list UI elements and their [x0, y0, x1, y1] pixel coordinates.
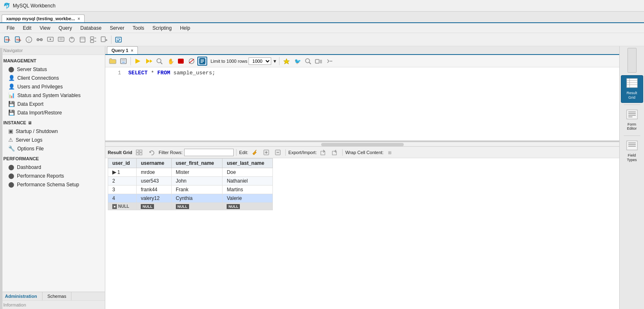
sidebar-item-dashboard[interactable]: ⬤ Dashboard	[0, 163, 105, 171]
horizontal-scrollbar[interactable]	[321, 143, 404, 146]
find-btn[interactable]	[154, 57, 164, 66]
query-tab[interactable]: Query 1 ×	[107, 46, 138, 54]
add-row-btn[interactable]	[261, 149, 271, 156]
table-row[interactable]: ▶ 1 mrdoe Mister Doe	[108, 168, 273, 177]
sql-editor[interactable]: 1 SELECT * FROM sample_users;	[105, 67, 619, 142]
stop-circle-btn[interactable]	[187, 57, 197, 66]
table-row-selected[interactable]: 4 valery12 Cynthia Valerie	[108, 194, 273, 203]
result-grid-view-btn[interactable]	[134, 149, 144, 156]
open-folder-btn[interactable]	[108, 57, 118, 66]
bookmark-btn[interactable]	[282, 57, 291, 66]
toggle-comment-btn[interactable]	[314, 57, 324, 66]
execute-btn[interactable]	[133, 57, 143, 66]
schema-inspector-btn[interactable]	[197, 57, 207, 66]
search-replace-btn[interactable]	[303, 57, 313, 66]
cell-username[interactable]: frank44	[137, 185, 172, 194]
title-bar: 🐬 MySQL Workbench	[0, 0, 644, 12]
export-btn[interactable]	[318, 149, 328, 156]
cell-last-name[interactable]: Doe	[223, 168, 273, 177]
cell-last-name[interactable]: Martins	[223, 185, 273, 194]
sidebar-tab-administration[interactable]: Administration	[0, 292, 43, 300]
table-row[interactable]: 3 frank44 Frank Martins	[108, 185, 273, 194]
hand-btn[interactable]: ✋	[165, 57, 175, 66]
query-tab-close[interactable]: ×	[131, 48, 133, 53]
cell-username[interactable]: user543	[137, 177, 172, 185]
toolbar-btn2[interactable]	[45, 35, 55, 45]
svg-line-44	[309, 62, 311, 64]
sidebar-item-performance-reports[interactable]: ⬤ Performance Reports	[0, 171, 105, 180]
sidebar-item-server-logs[interactable]: ⚠ Server Logs	[0, 135, 105, 144]
form-editor-panel-btn[interactable]: FormEditor	[621, 107, 643, 134]
col-header-user-id[interactable]: user_id	[108, 159, 137, 168]
toolbar-sql-script[interactable]	[114, 35, 123, 45]
svg-rect-63	[630, 55, 634, 66]
sql-select: SELECT	[128, 70, 148, 76]
toolbar-info[interactable]: i	[24, 35, 34, 45]
svg-text:⊞: ⊞	[388, 150, 391, 155]
delete-row-btn[interactable]	[273, 149, 283, 156]
result-grid-panel-btn[interactable]: ResultGrid	[621, 75, 643, 103]
stop-btn[interactable]	[176, 57, 186, 66]
toolbar-sql-open[interactable]: SQL	[13, 35, 23, 45]
execute-cursor-btn[interactable]	[144, 57, 154, 66]
field-types-panel-btn[interactable]: FieldTypes	[621, 138, 643, 165]
sidebar-item-status-variables[interactable]: 📊 Status and System Variables	[0, 91, 105, 100]
cell-username[interactable]: valery12	[137, 194, 172, 203]
col-header-first-name[interactable]: user_first_name	[171, 159, 223, 168]
table-body: ▶ 1 mrdoe Mister Doe 2 user543 John Nath…	[108, 168, 273, 210]
toolbar-btn5[interactable]	[78, 35, 88, 45]
cell-first-name[interactable]: John	[171, 177, 223, 185]
query-tab-label: Query 1	[111, 48, 128, 53]
menu-query[interactable]: Query	[55, 24, 76, 32]
main-tab[interactable]: xampp mysql (testing_workbe... ×	[2, 14, 85, 22]
sidebar-item-data-export[interactable]: 💾 Data Export	[0, 100, 105, 108]
toolbar-sql-new[interactable]: SQL	[2, 35, 12, 45]
col-header-username[interactable]: username	[137, 159, 172, 168]
toolbar-connection[interactable]	[35, 35, 45, 45]
menu-view[interactable]: View	[36, 24, 54, 32]
indent-btn[interactable]	[324, 57, 334, 66]
import-btn[interactable]	[330, 149, 340, 156]
menu-edit[interactable]: Edit	[19, 24, 35, 32]
menu-scripting[interactable]: Scripting	[149, 24, 175, 32]
toolbar-btn4[interactable]	[67, 35, 77, 45]
toolbar-import[interactable]	[99, 35, 109, 45]
svg-rect-64	[627, 78, 637, 88]
limit-select[interactable]: 1000 100 500 5000	[249, 57, 271, 65]
table-row[interactable]: 2 user543 John Nathaniel	[108, 177, 273, 185]
filter-rows-input[interactable]	[184, 149, 234, 156]
result-refresh-btn[interactable]	[146, 149, 157, 156]
svg-rect-23	[116, 37, 121, 42]
sidebar-item-users-privileges[interactable]: 👤 Users and Privileges	[0, 82, 105, 91]
toolbar-btn6[interactable]	[88, 35, 98, 45]
menu-server[interactable]: Server	[107, 24, 128, 32]
menu-help[interactable]: Help	[177, 24, 194, 32]
sidebar-tab-schemas[interactable]: Schemas	[43, 292, 72, 300]
save-btn[interactable]	[118, 57, 128, 66]
menu-database[interactable]: Database	[77, 24, 105, 32]
tab-label: xampp mysql (testing_workbe...	[6, 16, 75, 21]
sidebar-item-client-connections[interactable]: 👤 Client Connections	[0, 74, 105, 82]
cell-first-name[interactable]: Cynthia	[171, 194, 223, 203]
sidebar-item-data-import[interactable]: 💾 Data Import/Restore	[0, 108, 105, 117]
table-null-row: ● NULL NULL NULL NULL	[108, 203, 273, 210]
cell-last-name[interactable]: Valerie	[223, 194, 273, 203]
cell-user-id: 2	[108, 177, 137, 185]
sidebar-item-performance-schema[interactable]: ⬤ Performance Schema Setup	[0, 180, 105, 189]
sidebar-item-startup-shutdown[interactable]: ▣ Startup / Shutdown	[0, 127, 105, 135]
beautify-btn[interactable]: 🐦	[292, 57, 302, 66]
panel-toggle-btn[interactable]	[627, 48, 637, 73]
menu-tools[interactable]: Tools	[129, 24, 147, 32]
edit-btn[interactable]	[250, 149, 260, 156]
wrap-btn[interactable]: ⊞	[385, 149, 395, 156]
sidebar-item-options-file[interactable]: 🔧 Options File	[0, 144, 105, 153]
sidebar-item-server-status[interactable]: ⬤ Server Status	[0, 65, 105, 74]
cell-first-name[interactable]: Mister	[171, 168, 223, 177]
cell-username[interactable]: mrdoe	[137, 168, 172, 177]
toolbar-btn3[interactable]	[56, 35, 66, 45]
cell-last-name[interactable]: Nathaniel	[223, 177, 273, 185]
col-header-last-name[interactable]: user_last_name	[223, 159, 273, 168]
menu-file[interactable]: File	[3, 24, 18, 32]
cell-first-name[interactable]: Frank	[171, 185, 223, 194]
tab-close-btn[interactable]: ×	[78, 17, 80, 21]
